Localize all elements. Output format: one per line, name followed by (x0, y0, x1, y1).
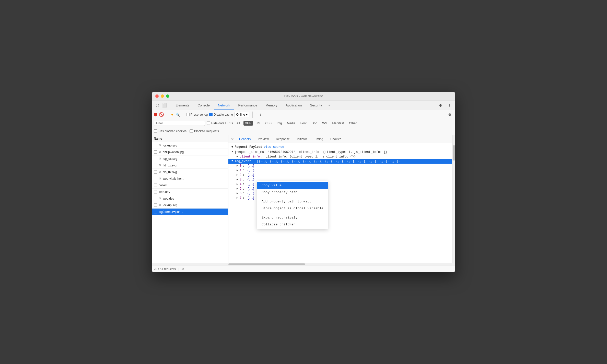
detail-tab-headers[interactable]: Headers (236, 135, 254, 143)
file-checkbox-1[interactable] (154, 150, 157, 154)
ctx-expand[interactable]: Expand recursively (257, 214, 328, 221)
has-blocked-cookies-item[interactable]: Has blocked cookies (154, 129, 186, 133)
menu-icon[interactable]: ⋮ (446, 102, 453, 109)
file-item-8[interactable]: ⚙ web.dev (152, 195, 228, 202)
maximize-button[interactable] (166, 94, 169, 98)
file-checkbox-7[interactable] (154, 190, 157, 193)
upload-icon[interactable]: ↑ (256, 112, 258, 117)
json-2-triangle[interactable]: ▶ (237, 173, 238, 176)
detail-tab-initiator[interactable]: Initiator (293, 135, 310, 143)
filter-css[interactable]: CSS (264, 121, 273, 126)
file-item-9[interactable]: ⚙ lockup.svg (152, 202, 228, 209)
ctx-copy-value[interactable]: Copy value (257, 182, 328, 189)
hide-urls-checkbox[interactable] (207, 122, 210, 125)
preserve-log-checkbox[interactable] (186, 113, 190, 116)
cursor-icon[interactable]: ⬡ (154, 102, 161, 109)
json-log-array: [{,…}, {,…}, {,…}, {,…}, {,…}, {,…}, {,…… (257, 160, 400, 163)
tab-console[interactable]: Console (193, 101, 214, 110)
scrollbar-area[interactable] (452, 135, 455, 263)
inspect-icon[interactable]: ⬜ (161, 102, 168, 109)
download-icon[interactable]: ↓ (259, 112, 261, 117)
detail-tab-cookies[interactable]: Cookies (327, 135, 345, 143)
file-item-1[interactable]: ⚙ philipwalton.jpg (152, 149, 228, 155)
view-source-link[interactable]: view source (264, 145, 284, 149)
file-list-header: Name (152, 135, 228, 142)
scrollbar-thumb[interactable] (453, 145, 455, 161)
filter-media[interactable]: Media (285, 121, 297, 126)
hide-data-urls-item[interactable]: Hide data URLs (207, 122, 233, 125)
json-line-log-event[interactable]: ▼ log_event: [{,…}, {,…}, {,…}, {,…}, {,… (228, 159, 452, 164)
detail-tab-response[interactable]: Response (272, 135, 293, 143)
filter-js[interactable]: JS (255, 121, 262, 126)
disable-cache-item[interactable]: Disable cache (209, 113, 233, 116)
filter-icon[interactable]: ▼ (170, 113, 174, 117)
disable-cache-checkbox[interactable] (209, 113, 213, 116)
file-checkbox-6[interactable] (154, 184, 157, 187)
json-6-triangle[interactable]: ▶ (237, 192, 238, 195)
minimize-button[interactable] (161, 94, 164, 98)
online-select[interactable]: Online ▾ (235, 112, 250, 117)
stop-button[interactable]: 🚫 (159, 112, 164, 117)
json-1-triangle[interactable]: ▶ (237, 169, 238, 172)
file-item-6[interactable]: collect (152, 182, 228, 189)
ctx-copy-path[interactable]: Copy property path (257, 189, 328, 196)
file-checkbox-2[interactable] (154, 157, 157, 160)
file-checkbox-5[interactable] (154, 177, 157, 180)
file-item-4[interactable]: ⚙ cls_ux.svg (152, 169, 228, 175)
preserve-log-item[interactable]: Preserve log (186, 113, 208, 116)
json-7-triangle[interactable]: ▶ (237, 196, 238, 199)
file-checkbox-0[interactable] (154, 144, 157, 147)
record-button[interactable] (154, 113, 157, 116)
tab-elements[interactable]: Elements (171, 101, 193, 110)
file-item-5[interactable]: ⚙ web-vitals-her... (152, 175, 228, 182)
tab-application[interactable]: Application (282, 101, 306, 110)
network-settings-icon[interactable]: ⚙ (446, 111, 453, 118)
filter-img[interactable]: Img (275, 121, 283, 126)
filter-xhr[interactable]: XHR (243, 121, 253, 126)
json-3-triangle[interactable]: ▶ (237, 178, 238, 181)
file-item-7[interactable]: web.dev (152, 189, 228, 195)
file-checkbox-9[interactable] (154, 203, 157, 207)
json-0-triangle[interactable]: ▶ (237, 164, 238, 167)
section-triangle[interactable]: ▼ (231, 145, 233, 149)
filter-input[interactable] (154, 121, 205, 126)
tab-security[interactable]: Security (306, 101, 326, 110)
filter-font[interactable]: Font (299, 121, 308, 126)
file-item-3[interactable]: ⚙ fid_ux.svg (152, 162, 228, 169)
file-item-2[interactable]: ⚙ lcp_ux.svg (152, 155, 228, 162)
tab-network[interactable]: Network (214, 101, 234, 110)
json-5-triangle[interactable]: ▶ (237, 187, 238, 190)
file-checkbox-8[interactable] (154, 197, 157, 200)
ctx-add-watch[interactable]: Add property path to watch (257, 198, 328, 205)
tab-performance[interactable]: Performance (234, 101, 261, 110)
ctx-store-global[interactable]: Store object as global variable (257, 205, 328, 212)
filter-other[interactable]: Other (347, 121, 358, 126)
tab-memory[interactable]: Memory (261, 101, 282, 110)
close-button[interactable] (155, 94, 159, 98)
file-checkbox-3[interactable] (154, 164, 157, 167)
json-log-triangle[interactable]: ▼ (231, 160, 233, 162)
detail-tab-timing[interactable]: Timing (310, 135, 327, 143)
json-4-triangle[interactable]: ▶ (237, 183, 238, 186)
detail-tab-preview[interactable]: Preview (254, 135, 272, 143)
tab-more[interactable]: » (326, 103, 332, 107)
settings-icon[interactable]: ⚙ (437, 102, 444, 109)
filter-all[interactable]: All (235, 121, 241, 126)
json-client-triangle[interactable]: ▶ (237, 155, 238, 158)
ctx-collapse[interactable]: Collapse children (257, 221, 328, 228)
file-checkbox-4[interactable] (154, 170, 157, 174)
h-scrollbar[interactable] (152, 263, 455, 265)
file-checkbox-10[interactable] (154, 210, 157, 213)
file-item-10[interactable]: log?format=json... (152, 209, 228, 215)
filter-manifest[interactable]: Manifest (331, 121, 345, 126)
detail-close-button[interactable]: ✕ (229, 136, 236, 142)
blocked-requests-checkbox[interactable] (190, 129, 193, 133)
h-scrollbar-thumb[interactable] (228, 263, 305, 265)
filter-ws[interactable]: WS (321, 121, 329, 126)
blocked-requests-item[interactable]: Blocked Requests (190, 129, 219, 133)
filter-doc[interactable]: Doc (310, 121, 319, 126)
json-root-triangle[interactable]: ▼ (231, 150, 233, 153)
file-item-0[interactable]: ⚙ lockup.svg (152, 142, 228, 149)
has-blocked-cookies-checkbox[interactable] (154, 129, 157, 133)
search-icon[interactable]: 🔍 (176, 113, 180, 117)
